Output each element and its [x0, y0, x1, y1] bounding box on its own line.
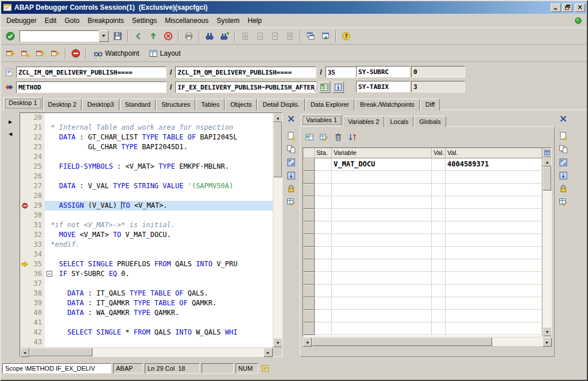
sta-cell[interactable] — [315, 259, 332, 272]
value-cell[interactable] — [446, 259, 542, 272]
row-select-button[interactable] — [303, 272, 315, 285]
code-text[interactable]: DATA : V_VAL TYPE STRING VALUE '(SAPMV50… — [45, 181, 273, 191]
value-cell[interactable] — [446, 184, 542, 196]
minimize-button[interactable] — [551, 3, 561, 12]
execute-button[interactable] — [18, 46, 32, 60]
code-line-38[interactable]: 38 DATA : IT_QALS TYPE TABLE OF QALS. — [20, 289, 273, 298]
print-button[interactable] — [182, 29, 196, 43]
swap-tool-icon[interactable] — [286, 170, 296, 181]
new-tool-icon[interactable] — [286, 131, 296, 141]
column-header-sta[interactable]: Sta. — [315, 148, 332, 158]
main-program-field[interactable]: ZCL_IM_QM_DELIVERY_PUBLISH==== — [16, 67, 167, 78]
lock-icon[interactable] — [286, 184, 296, 194]
code-line-41[interactable]: 41 — [20, 318, 273, 328]
help-button[interactable]: ? — [339, 29, 353, 43]
row-select-button[interactable] — [303, 209, 315, 221]
code-text[interactable]: − IF SY-SUBRC EQ 0. — [45, 269, 273, 279]
expand-right-icon[interactable]: ▶ — [9, 119, 12, 125]
value-cell[interactable] — [446, 209, 542, 221]
lock-icon[interactable] — [558, 184, 568, 194]
val-cell[interactable] — [432, 171, 446, 184]
sta-cell[interactable] — [315, 171, 332, 184]
menu-breakpoints[interactable]: Breakpoints — [83, 15, 127, 26]
code-line-42[interactable]: 42 SELECT SINGLE * FROM QALS INTO W_QALS… — [20, 328, 273, 337]
code-text[interactable]: MOVE <V_MAT> TO V_MAT_DOCU. — [45, 230, 273, 240]
val-cell[interactable] — [432, 209, 446, 221]
column-header-val[interactable]: Val. — [432, 148, 446, 158]
code-line-25[interactable]: 25 FIELD-SYMBOLS : <V_MAT> TYPE EMKPF-MB… — [20, 162, 273, 172]
close-tool-icon[interactable] — [558, 114, 568, 124]
event-name-field[interactable]: IF_EX_DELIVERY_PUBLISH~PUBLISH_AFTER_ — [175, 81, 316, 93]
variable-name-cell[interactable] — [332, 247, 432, 259]
command-dropdown-button[interactable] — [99, 30, 109, 42]
value-cell[interactable] — [446, 234, 542, 247]
code-line-24[interactable]: 24 — [20, 152, 273, 162]
sta-cell[interactable] — [315, 196, 332, 209]
enter-button[interactable] — [3, 29, 17, 43]
scroll-left-button[interactable]: ◄ — [303, 337, 312, 347]
code-line-43[interactable]: 43 — [20, 337, 273, 347]
code-text[interactable]: ASSIGN (V_VAL) TO <V_MAT>. — [45, 201, 273, 211]
code-line-40[interactable]: 40 DATA : WA_QAMKR TYPE QAMKR. — [20, 308, 273, 318]
row-select-button[interactable] — [303, 184, 315, 196]
val-cell[interactable] — [432, 221, 446, 234]
row-select-button[interactable] — [303, 234, 315, 247]
scroll-track[interactable] — [312, 337, 543, 346]
row-select-button[interactable] — [303, 196, 315, 209]
val-cell[interactable] — [432, 297, 446, 310]
code-text[interactable] — [45, 113, 273, 123]
tab-objects[interactable]: Objects — [225, 99, 257, 111]
sta-cell[interactable] — [315, 209, 332, 221]
tab-desktop-1[interactable]: Desktop 1 — [3, 97, 42, 110]
code-line-36[interactable]: 36− IF SY-SUBRC EQ 0. — [20, 269, 273, 279]
value-cell[interactable] — [446, 272, 542, 285]
val-cell[interactable] — [432, 158, 446, 171]
scroll-up-button[interactable]: ▲ — [273, 113, 282, 122]
sta-cell[interactable] — [315, 184, 332, 196]
variable-name-cell[interactable] — [332, 285, 432, 297]
scroll-thumb[interactable] — [312, 337, 492, 346]
value-cell[interactable] — [446, 247, 542, 259]
code-text[interactable]: FIELD-SYMBOLS : <V_MAT> TYPE EMKPF-MBLNR… — [45, 162, 273, 172]
value-cell[interactable]: 4004589371 — [446, 158, 542, 171]
return-button[interactable] — [33, 46, 47, 60]
scroll-track[interactable] — [543, 166, 551, 327]
menu-settings[interactable]: Settings — [128, 15, 161, 26]
variable-name-cell[interactable] — [332, 221, 432, 234]
code-text[interactable]: DATA : IT_QALS TYPE TABLE OF QALS. — [45, 289, 273, 298]
variable-name-cell[interactable] — [332, 234, 432, 247]
stop-debugger-button[interactable] — [69, 46, 83, 60]
find-next-button[interactable] — [218, 29, 231, 43]
code-text[interactable] — [45, 279, 273, 289]
row-select-button[interactable] — [303, 297, 315, 310]
scroll-left-button[interactable]: ◄ — [20, 348, 29, 357]
command-input[interactable] — [20, 30, 99, 42]
code-text[interactable] — [45, 318, 273, 328]
new-tool-icon[interactable] — [558, 131, 568, 141]
create-watchpoint-button[interactable]: Watchpoint — [90, 48, 144, 59]
code-text[interactable]: SELECT SINGLE PRUEFLOS FROM QALS INTO V_… — [45, 259, 273, 269]
back-button[interactable] — [131, 29, 145, 43]
val-cell[interactable] — [432, 184, 446, 196]
tab-desktop3[interactable]: Desktop3 — [82, 99, 119, 111]
variable-name-cell[interactable]: V_MAT_DOCU — [332, 158, 432, 171]
val-cell[interactable] — [432, 272, 446, 285]
code-line-31[interactable]: 31 *if not <V_MAT>->* is initial. — [20, 220, 273, 230]
var-compare-button[interactable] — [347, 131, 358, 143]
execution-arrow-icon[interactable] — [20, 259, 29, 269]
row-select-button[interactable] — [303, 221, 315, 234]
last-page-button[interactable] — [283, 29, 297, 43]
code-text[interactable]: GL_CHAR TYPE BAPI2045D1. — [45, 142, 273, 152]
value-cell[interactable] — [446, 196, 542, 209]
variable-name-cell[interactable] — [332, 171, 432, 184]
scroll-right-button[interactable]: ► — [264, 348, 273, 357]
continue-button[interactable] — [48, 46, 62, 60]
tab-variables-2[interactable]: Variables 2 — [343, 116, 384, 127]
status-note-icon[interactable] — [260, 363, 270, 374]
titlebar[interactable]: ABAP Debugger Controls Session(1) (Exclu… — [1, 1, 587, 14]
val-cell[interactable] — [432, 310, 446, 322]
code-text[interactable] — [45, 250, 273, 259]
code-line-34[interactable]: 34 — [20, 250, 273, 259]
code-text[interactable] — [45, 191, 273, 201]
row-select-button[interactable] — [303, 310, 315, 322]
